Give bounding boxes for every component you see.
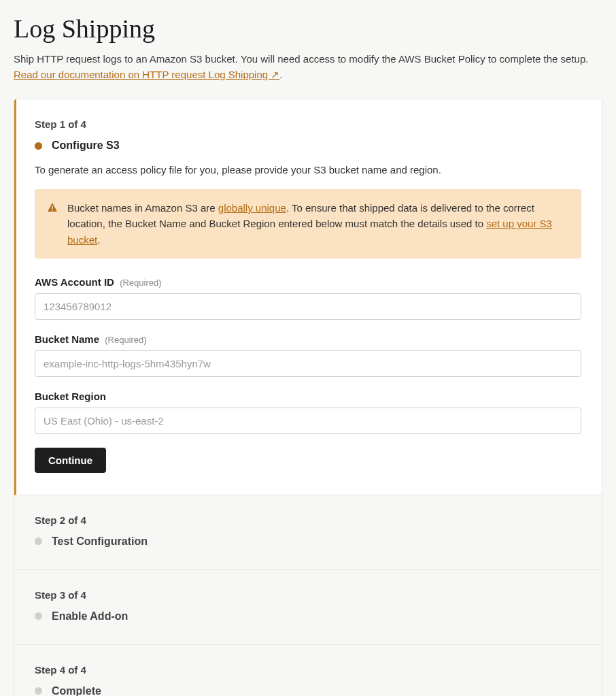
- step-status-dot-icon: [35, 612, 42, 620]
- bucket-name-input[interactable]: [35, 350, 581, 377]
- account-id-label: AWS Account ID: [35, 276, 114, 288]
- required-tag: (Required): [105, 335, 146, 345]
- step-description: To generate an access policy file for yo…: [35, 164, 581, 176]
- bucket-name-label: Bucket Name: [35, 333, 99, 345]
- step-title: Test Configuration: [52, 535, 148, 548]
- step-title-row: Complete: [35, 685, 581, 696]
- docs-link-text: Read our documentation on HTTP request L…: [14, 69, 279, 80]
- step-configure-s3: Step 1 of 4 Configure S3 To generate an …: [14, 99, 602, 495]
- step-complete: Step 4 of 4 Complete: [14, 645, 602, 696]
- alert-text: Bucket names in Amazon S3 are globally u…: [67, 200, 569, 248]
- warning-icon: [47, 200, 58, 217]
- bucket-region-label: Bucket Region: [35, 391, 106, 402]
- step-counter: Step 3 of 4: [35, 589, 581, 601]
- step-status-dot-icon: [35, 687, 42, 695]
- alert-warning: Bucket names in Amazon S3 are globally u…: [35, 189, 581, 259]
- steps-container: Step 1 of 4 Configure S3 To generate an …: [14, 99, 602, 696]
- alert-text-post: .: [97, 234, 100, 246]
- continue-button[interactable]: Continue: [35, 448, 106, 473]
- step-enable-addon: Step 3 of 4 Enable Add-on: [14, 570, 602, 645]
- step-status-dot-icon: [35, 142, 42, 150]
- step-title: Configure S3: [52, 139, 120, 152]
- svg-rect-0: [52, 206, 53, 210]
- bucket-region-input[interactable]: [35, 408, 581, 434]
- field-bucket-region: Bucket Region: [35, 391, 581, 434]
- account-id-input[interactable]: [35, 293, 581, 320]
- step-test-configuration: Step 2 of 4 Test Configuration: [14, 495, 602, 570]
- step-counter: Step 4 of 4: [35, 664, 581, 676]
- step-counter: Step 2 of 4: [35, 514, 581, 526]
- svg-rect-1: [52, 210, 53, 211]
- step-title: Enable Add-on: [52, 610, 128, 623]
- docs-link[interactable]: Read our documentation on HTTP request L…: [14, 69, 279, 80]
- field-account-id: AWS Account ID (Required): [35, 276, 581, 320]
- page-title: Log Shipping: [14, 14, 602, 44]
- alert-text-pre: Bucket names in Amazon S3 are: [67, 202, 218, 214]
- step-title-row: Configure S3: [35, 139, 581, 152]
- step-title: Complete: [52, 685, 101, 696]
- globally-unique-link[interactable]: globally unique: [218, 202, 286, 214]
- step-title-row: Test Configuration: [35, 535, 581, 548]
- page-intro: Ship HTTP request logs to an Amazon S3 b…: [14, 52, 602, 82]
- intro-text: Ship HTTP request logs to an Amazon S3 b…: [14, 53, 588, 65]
- step-status-dot-icon: [35, 537, 42, 545]
- step-counter: Step 1 of 4: [35, 118, 581, 130]
- field-bucket-name: Bucket Name (Required): [35, 333, 581, 377]
- required-tag: (Required): [120, 278, 161, 288]
- page-header: Log Shipping Ship HTTP request logs to a…: [14, 14, 602, 82]
- step-title-row: Enable Add-on: [35, 610, 581, 623]
